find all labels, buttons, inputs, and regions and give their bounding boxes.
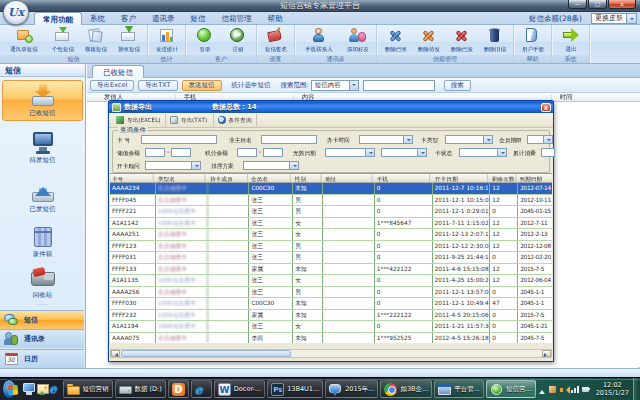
dialog-export-txt-button[interactable]: 导出(TXT) — [166, 114, 213, 126]
application-menu-orb[interactable]: Ux — [3, 0, 29, 25]
ribbon-tab[interactable]: 短信 — [183, 12, 214, 25]
column-gender[interactable]: 性别 — [293, 174, 321, 182]
ribbon-button-logout[interactable]: 注销 — [221, 26, 254, 55]
column-card-no[interactable]: 卡号 — [110, 174, 154, 182]
column-card-members[interactable]: 持卡成员 — [208, 174, 248, 182]
taskbar-button-chrome[interactable]: 如3B企... — [380, 380, 432, 398]
table-row[interactable]: AAAA075 会员储值卡 李四 未知 1***952525 2012-4-5 … — [110, 333, 552, 344]
search-input[interactable] — [363, 80, 435, 91]
table-row[interactable]: AAAA251 会员储值卡 张三 女 0 2011-12-13 2:07:11 … — [110, 229, 552, 241]
start-button[interactable] — [2, 379, 16, 399]
ribbon-tab[interactable]: 常用功能 — [34, 12, 82, 25]
pictures-icon[interactable] — [36, 382, 45, 396]
column-address[interactable]: 地址 — [323, 174, 372, 182]
table-row[interactable]: AAAA234 会员储值卡 C00C30 未知 0 2011-12-7 10:1… — [110, 183, 552, 195]
ribbon-tab[interactable]: 信箱管理 — [214, 12, 260, 25]
owner-name-input[interactable] — [261, 135, 317, 144]
taskbar-clock[interactable]: 12:02 2015/1/27 — [596, 381, 629, 397]
ribbon-button-delete-sent[interactable]: 删除已发 — [445, 26, 478, 55]
nav-item-sms[interactable]: 短信 — [0, 310, 84, 329]
maximize-button[interactable]: □ — [588, 0, 607, 9]
ribbon-button-login[interactable]: 登录 — [188, 26, 221, 55]
tab-received-sms[interactable]: 已收短信 — [92, 65, 144, 78]
ribbon-tab[interactable]: 通讯录 — [144, 12, 183, 25]
search-button[interactable]: 搜索 — [444, 80, 471, 91]
nav-item-contacts[interactable]: 通讯录 — [0, 329, 84, 348]
tray-app-icon[interactable] — [549, 385, 557, 394]
dialog-export-excel-button[interactable]: 导出(EXCEL) — [112, 114, 166, 126]
tray-show-hidden-icon[interactable] — [538, 385, 546, 394]
table-row[interactable]: FFFF031 会员储值卡 张三 男 0 2011-9-25 21:44:10 … — [110, 252, 552, 264]
ribbon-button-delete-old[interactable]: 删除旧信 — [478, 26, 511, 55]
dialog-horizontal-scrollbar[interactable] — [110, 349, 552, 358]
table-row[interactable]: A1A1135 1000元充值卡 张三 女 0 2011-4-25 15:00:… — [110, 275, 552, 287]
points-balance-max-input[interactable] — [263, 148, 283, 157]
skin-select[interactable]: 更换皮肤 — [591, 13, 637, 24]
search-scope-select[interactable]: 短信内容 — [311, 80, 359, 91]
ribbon-button-send-stats[interactable]: 发送统计 — [150, 26, 183, 55]
ribbon-button-user-manual[interactable]: 用户手册 — [516, 26, 549, 55]
internet-explorer-icon[interactable]: e — [49, 382, 58, 396]
table-row[interactable]: FFFF232 1000元充值卡 家属 未知 1***222122 2011-4… — [110, 310, 552, 322]
table-row[interactable]: FFFF133 会员储值卡 家属 未知 1***422122 2011-4-6 … — [110, 264, 552, 276]
minimize-button[interactable]: — — [568, 0, 587, 9]
dialog-query-button[interactable]: 条件查询 — [214, 114, 257, 126]
power-icon[interactable] — [582, 385, 590, 394]
column-expiry-date[interactable]: 到期日期 — [518, 174, 550, 182]
ribbon-button-add-friend[interactable]: 添加好友 — [341, 26, 374, 55]
scrollbar-thumb[interactable] — [121, 350, 291, 357]
taskbar-button-drive-d[interactable]: 数据 (D:) — [115, 380, 166, 398]
column-mobile[interactable]: 手机 — [375, 174, 430, 182]
taskbar-button-platform[interactable]: 平台管... — [434, 380, 484, 398]
sidebar-item-pending[interactable]: 待发短信 — [2, 128, 83, 167]
close-button[interactable]: x — [608, 0, 636, 9]
scroll-left-arrow[interactable] — [111, 350, 120, 357]
scroll-right-arrow[interactable] — [542, 350, 551, 357]
volume-icon[interactable] — [560, 385, 568, 394]
taskbar-button-ie[interactable]: e — [191, 380, 212, 398]
table-row[interactable]: FFFF123 会员储值卡 张三 男 0 2011-12-12 2:30:05 … — [110, 241, 552, 253]
ribbon-tab[interactable]: 帮助 — [260, 12, 291, 25]
ribbon-button-exit[interactable]: 退出 — [554, 26, 587, 55]
ribbon-button-delete-pending[interactable]: 删除待发 — [412, 26, 445, 55]
column-type-name[interactable]: 类型名 — [156, 174, 205, 182]
send-sms-button[interactable]: 发送短信 — [182, 80, 222, 91]
sidebar-item-sent[interactable]: 已发短信 — [2, 177, 83, 216]
column-time[interactable]: 时间 — [560, 93, 573, 100]
member-term-select[interactable] — [527, 135, 553, 144]
dialog-titlebar[interactable]: 数据导出 数据总数：14 x — [109, 101, 553, 113]
column-remaining[interactable]: 剩余次数 — [490, 174, 516, 182]
sidebar-item-recycle[interactable]: 回收站 — [2, 263, 83, 302]
ribbon-tab[interactable]: 客户 — [113, 12, 144, 25]
taskbar-button-chat[interactable]: 2015年... — [325, 380, 378, 398]
sidebar-splitter[interactable]: ···· — [0, 303, 84, 310]
taskbar-button-sms-folder[interactable]: 短信营销 — [63, 380, 113, 398]
ribbon-button-delete-received[interactable]: 删除已收 — [379, 26, 412, 55]
show-desktop-button[interactable] — [633, 378, 638, 400]
stored-balance-min-input[interactable] — [145, 148, 165, 157]
ribbon-button-phone-contacts[interactable]: 手机联系人 — [297, 26, 341, 55]
card-status-select[interactable] — [459, 148, 507, 157]
table-row[interactable]: AAAA256 会员储值卡 张三 男 0 2011-12-1 13:57:09 … — [110, 287, 552, 299]
taskbar-button-word[interactable]: W Docer-... — [214, 380, 265, 398]
sidebar-item-received[interactable]: 已收短信 — [2, 80, 83, 121]
ribbon-button-sms-signature[interactable]: 短信签名 — [259, 26, 292, 55]
ribbon-button-receive-sms[interactable]: 接收短信 — [112, 26, 145, 55]
total-consume-min-input[interactable] — [541, 148, 555, 157]
table-row[interactable]: FFFF030 1000元充值卡 C00C30 未知 0 2011-12-1 1… — [110, 298, 552, 310]
nav-item-calendar[interactable]: 30 日历 — [0, 349, 84, 368]
ribbon-tab[interactable]: 系统 — [82, 12, 113, 25]
export-txt-button[interactable]: 导出TXT — [138, 80, 177, 91]
ribbon-button-template-sms[interactable]: 模板短信 — [79, 26, 112, 55]
card-no-input[interactable] — [141, 135, 217, 144]
taskbar-button-photoshop[interactable]: Ps 13B4U1... — [267, 380, 323, 398]
sidebar-item-drafts[interactable]: 废件箱 — [2, 222, 83, 261]
advisor-select[interactable] — [145, 161, 201, 170]
invalid-date-from-select[interactable] — [325, 148, 375, 157]
table-row[interactable]: FFFF221 1000元充值卡 张三 男 0 2011-12-1 0:29:0… — [110, 206, 552, 218]
sort-plan-select[interactable] — [243, 161, 299, 170]
table-row[interactable]: FFFF045 会员储值卡 张三 男 0 2011-12-1 10:15:01 … — [110, 195, 552, 207]
taskbar-button-d-app[interactable]: D — [168, 380, 189, 398]
dialog-close-button[interactable]: x — [541, 103, 551, 112]
column-member-name[interactable]: 会员名 — [249, 174, 291, 182]
